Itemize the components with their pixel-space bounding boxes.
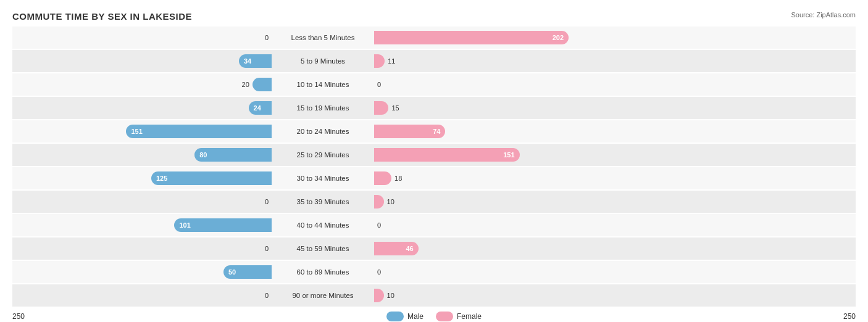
female-bar <box>374 195 384 208</box>
male-swatch <box>386 312 404 321</box>
male-value-inside: 80 <box>199 151 207 159</box>
row-label: 30 to 34 Minutes <box>272 175 374 182</box>
female-bar: 202 <box>374 31 569 44</box>
left-bar-area: 101 <box>12 214 272 236</box>
chart-row: 15120 to 24 Minutes74 <box>12 120 856 142</box>
chart-row: 090 or more Minutes10 <box>12 284 856 307</box>
chart-row: 2010 to 14 Minutes0 <box>12 73 856 96</box>
right-bar-area: 15 <box>374 97 633 119</box>
left-bar-area: 0 <box>12 191 272 213</box>
female-value: 15 <box>391 104 399 112</box>
left-bar-area: 0 <box>12 284 272 307</box>
male-value-inside: 24 <box>254 104 261 112</box>
male-bar: 24 <box>249 101 272 115</box>
female-bar: 46 <box>374 242 419 255</box>
female-bar: 151 <box>374 148 520 162</box>
female-swatch <box>436 312 453 321</box>
male-value-inside: 34 <box>244 57 251 65</box>
chart-row: 8025 to 29 Minutes151 <box>12 144 856 166</box>
chart-row: 12530 to 34 Minutes18 <box>12 167 856 189</box>
right-bar-area: 202 <box>374 27 633 49</box>
right-bar-area: 0 <box>374 261 633 283</box>
male-value: 0 <box>265 245 269 252</box>
female-value: 0 <box>377 221 381 229</box>
female-bar <box>374 54 385 68</box>
chart-container: COMMUTE TIME BY SEX IN LAKESIDE Source: … <box>0 0 868 322</box>
female-value: 0 <box>377 268 381 276</box>
male-value: 0 <box>265 198 269 205</box>
male-value-inside: 125 <box>156 175 167 182</box>
female-value: 11 <box>388 57 395 65</box>
row-label: 45 to 59 Minutes <box>272 245 374 252</box>
row-label: Less than 5 Minutes <box>272 34 374 41</box>
right-bar-area: 11 <box>374 50 633 72</box>
right-bar-area: 0 <box>374 73 633 96</box>
chart-row: 345 to 9 Minutes11 <box>12 50 856 72</box>
legend: Male Female <box>386 312 482 321</box>
row-label: 10 to 14 Minutes <box>272 81 374 88</box>
male-bar: 34 <box>239 54 272 68</box>
female-bar <box>374 171 391 185</box>
right-bar-area: 10 <box>374 284 633 307</box>
chart-title: COMMUTE TIME BY SEX IN LAKESIDE <box>12 11 856 22</box>
chart-area: 0Less than 5 Minutes202345 to 9 Minutes1… <box>12 27 856 307</box>
row-label: 40 to 44 Minutes <box>272 221 374 229</box>
male-label: Male <box>407 312 424 321</box>
source-text: Source: ZipAtlas.com <box>791 11 856 19</box>
female-bar <box>374 101 388 115</box>
legend-female: Female <box>436 312 482 321</box>
left-bar-area: 20 <box>12 73 272 96</box>
left-bar-area: 34 <box>12 50 272 72</box>
female-value: 0 <box>377 81 381 88</box>
female-value-inside: 151 <box>503 151 514 159</box>
male-bar: 151 <box>126 125 272 138</box>
female-value-inside: 74 <box>433 128 440 135</box>
row-label: 20 to 24 Minutes <box>272 128 374 135</box>
male-bar: 50 <box>223 265 272 279</box>
chart-row: 2415 to 19 Minutes15 <box>12 97 856 119</box>
male-value-inside: 50 <box>228 268 236 276</box>
female-bar <box>374 289 384 302</box>
chart-row: 045 to 59 Minutes46 <box>12 237 856 260</box>
chart-row: 0Less than 5 Minutes202 <box>12 27 856 49</box>
row-label: 25 to 29 Minutes <box>272 151 374 159</box>
male-value: 0 <box>265 34 269 41</box>
left-bar-area: 151 <box>12 120 272 142</box>
chart-row: 035 to 39 Minutes10 <box>12 191 856 213</box>
bottom-area: 250 Male Female 250 <box>12 312 856 321</box>
right-bar-area: 151 <box>374 144 633 166</box>
female-label: Female <box>457 312 482 321</box>
axis-left: 250 <box>12 312 25 321</box>
right-bar-area: 46 <box>374 237 633 260</box>
male-bar: 101 <box>174 218 272 232</box>
female-value: 10 <box>387 198 394 205</box>
row-label: 35 to 39 Minutes <box>272 198 374 205</box>
male-value-inside: 151 <box>131 128 142 135</box>
row-label: 60 to 89 Minutes <box>272 268 374 276</box>
male-bar <box>252 78 272 91</box>
chart-row: 5060 to 89 Minutes0 <box>12 261 856 283</box>
right-bar-area: 74 <box>374 120 633 142</box>
male-bar: 125 <box>151 171 272 185</box>
row-label: 90 or more Minutes <box>272 292 374 299</box>
legend-male: Male <box>386 312 424 321</box>
male-value: 20 <box>242 81 249 88</box>
female-value: 10 <box>387 292 394 299</box>
right-bar-area: 18 <box>374 167 633 189</box>
chart-row: 10140 to 44 Minutes0 <box>12 214 856 236</box>
row-label: 5 to 9 Minutes <box>272 57 374 65</box>
female-value: 18 <box>394 175 402 182</box>
left-bar-area: 0 <box>12 237 272 260</box>
right-bar-area: 0 <box>374 214 633 236</box>
row-label: 15 to 19 Minutes <box>272 104 374 112</box>
axis-right: 250 <box>843 312 856 321</box>
male-bar: 80 <box>194 148 272 162</box>
right-bar-area: 10 <box>374 191 633 213</box>
left-bar-area: 50 <box>12 261 272 283</box>
female-value-inside: 202 <box>553 34 564 41</box>
male-value: 0 <box>265 292 269 299</box>
female-value-inside: 46 <box>406 245 414 252</box>
left-bar-area: 0 <box>12 27 272 49</box>
left-bar-area: 125 <box>12 167 272 189</box>
male-value-inside: 101 <box>179 221 190 229</box>
